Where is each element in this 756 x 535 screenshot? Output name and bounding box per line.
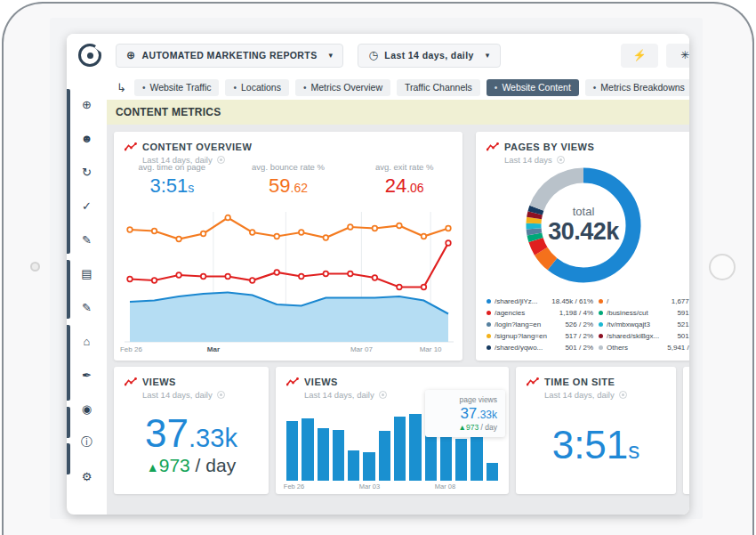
- sidebar-item-pen[interactable]: ✎: [67, 223, 107, 256]
- sidebar-item-globe-sync[interactable]: ↻: [67, 155, 107, 189]
- card-header: VIEWS: [114, 367, 269, 387]
- legend-item: /shared/yqwo...501 / 2%: [485, 342, 593, 353]
- settings-button[interactable]: ✳: [666, 44, 689, 68]
- sidebar-item-pen-2[interactable]: ✎: [67, 290, 107, 324]
- info-icon[interactable]: [619, 391, 627, 399]
- sidebar-item-user[interactable]: ◉: [67, 392, 107, 426]
- globe-icon: ⊕: [126, 49, 135, 61]
- sidebar: ⊕☻↻✓✎▤✎⌂✒◉ⓘ⚙: [67, 87, 107, 493]
- sidebar-item-brush[interactable]: ✒: [67, 358, 107, 392]
- card-header: TIME ON SITE: [516, 367, 676, 387]
- dashboard-content: CONTENT OVERVIEW Last 14 days, daily avg…: [107, 125, 689, 515]
- metric-label: avg. time on page: [114, 162, 230, 172]
- legend-label: Others: [607, 344, 664, 352]
- legend-label: /signup?lang=en: [495, 332, 551, 340]
- sidebar-item-info[interactable]: ⓘ: [67, 426, 107, 459]
- home-button[interactable]: [709, 254, 736, 280]
- content-overview-card: CONTENT OVERVIEW Last 14 days, daily avg…: [114, 132, 462, 361]
- card-title: VIEWS: [142, 377, 176, 387]
- card-subtitle-label: Last 14 days, daily: [142, 390, 213, 400]
- sidebar-item-users[interactable]: ☻: [67, 121, 107, 155]
- globe-sync-icon: ↻: [82, 166, 92, 179]
- legend-dot-icon: [487, 299, 491, 304]
- globe-icon: ⊕: [82, 98, 92, 111]
- pages-donut-chart: total 30.42k: [526, 167, 641, 283]
- tab-label: Metrics Overview: [310, 82, 382, 93]
- chart-icon: [286, 377, 299, 386]
- overview-metric: avg. exit rate %24.06: [346, 162, 462, 198]
- bullet-icon: •: [303, 83, 307, 93]
- legend-item: /login?lang=en526 / 2%: [485, 319, 593, 330]
- info-icon[interactable]: [557, 156, 565, 164]
- legend-label: /shared/jiYz...: [495, 297, 551, 305]
- legend-label: /login?lang=en: [495, 320, 551, 328]
- card-title: TIME ON SITE: [544, 377, 615, 387]
- legend-dot-icon: [599, 311, 603, 315]
- info-icon[interactable]: [379, 391, 387, 399]
- overview-line-chart: [125, 208, 454, 344]
- sidebar-item-globe[interactable]: ⊕: [67, 87, 107, 121]
- users-icon: ☻: [81, 132, 93, 145]
- time-big-number: 3:51s: [516, 409, 676, 481]
- bullet-icon: •: [495, 83, 498, 93]
- period-selector[interactable]: ◷ Last 14 days, daily ▾: [358, 44, 500, 68]
- clipboard-icon: ▤: [81, 267, 92, 280]
- donut-total-value: 30.42k: [548, 218, 619, 246]
- plug-button[interactable]: ⚡: [621, 44, 658, 68]
- bar: [363, 408, 374, 481]
- chart-tooltip: page views 37.33k ▲973 / day: [425, 390, 505, 437]
- legend-dot-icon: [599, 299, 603, 304]
- bar: [379, 408, 390, 481]
- card-subtitle: Last 14 days, daily: [516, 387, 676, 400]
- info-icon[interactable]: [217, 391, 225, 399]
- legend-label: /business/cut: [607, 309, 664, 317]
- views-delta: ▲973 / day: [147, 455, 236, 476]
- views-number-card: VIEWS Last 14 days, daily 37.33k ▲973 / …: [114, 367, 269, 494]
- bullet-icon: •: [142, 83, 146, 93]
- bar: [286, 408, 298, 481]
- x-axis-label: Feb 26: [120, 345, 142, 353]
- tab-website-content[interactable]: •Website Content: [487, 79, 579, 96]
- up-arrow-icon: ▲: [459, 423, 466, 432]
- chevron-down-icon: ▾: [486, 51, 490, 60]
- tab-website-traffic[interactable]: •Website Traffic: [134, 79, 220, 96]
- legend-item: /signup?lang=en517 / 2%: [485, 330, 593, 342]
- legend-value: 18.45k / 61%: [551, 297, 593, 305]
- tab-metrics-breakdowns[interactable]: •Metrics Breakdowns: [585, 79, 689, 96]
- tablet-device: ⊕ AUTOMATED MARKETING REPORTS ▾ ◷ Last 1…: [0, 0, 756, 535]
- x-axis-label: Mar 10: [420, 345, 442, 353]
- tab-locations[interactable]: •Locations: [225, 79, 288, 96]
- sidebar-item-check[interactable]: ✓: [67, 189, 107, 223]
- legend-dot-icon: [487, 345, 491, 350]
- legend-item: /tv/mbxwqajt3521 / 2%: [597, 319, 689, 330]
- legend-label: /: [607, 297, 664, 305]
- views-value: 37.33k: [145, 414, 237, 453]
- overview-metric: avg. bounce rate %59.62: [230, 162, 347, 198]
- bullet-icon: •: [233, 83, 237, 93]
- report-selector[interactable]: ⊕ AUTOMATED MARKETING REPORTS ▾: [116, 44, 343, 68]
- donut-center: total 30.42k: [526, 167, 641, 283]
- app-logo: [78, 44, 101, 67]
- tab-metrics-overview[interactable]: •Metrics Overview: [295, 79, 390, 96]
- bar: [318, 408, 329, 481]
- legend-value: 526 / 2%: [565, 320, 593, 328]
- donut-legend: /shared/jiYz...18.45k / 61%/agencies1,19…: [485, 296, 689, 353]
- partial-card: [683, 367, 689, 494]
- tooltip-delta: ▲973 / day: [430, 423, 497, 432]
- legend-item: Others5,941 / 20%: [597, 342, 689, 353]
- sidebar-item-bug[interactable]: ⚙: [67, 459, 107, 493]
- tab-traffic-channels[interactable]: Traffic Channels: [397, 79, 480, 96]
- camera-dot: [30, 262, 40, 272]
- sidebar-item-clipboard[interactable]: ▤: [67, 256, 107, 290]
- card-subtitle-label: Last 14 days, daily: [304, 390, 374, 400]
- plug-icon: ⚡: [633, 49, 647, 61]
- sidebar-item-bank[interactable]: ⌂: [67, 324, 107, 358]
- chart-icon: [527, 377, 539, 386]
- card-title: CONTENT OVERVIEW: [142, 142, 252, 152]
- bars-x-axis: Feb 26Mar 03Mar 08: [286, 482, 498, 491]
- clock-icon: ◷: [368, 49, 378, 61]
- legend-label: /agencies: [495, 309, 551, 317]
- card-header: PAGES BY VIEWS: [476, 132, 689, 152]
- legend-item: /shared/jiYz...18.45k / 61%: [485, 296, 593, 307]
- tab-label: Locations: [241, 82, 281, 93]
